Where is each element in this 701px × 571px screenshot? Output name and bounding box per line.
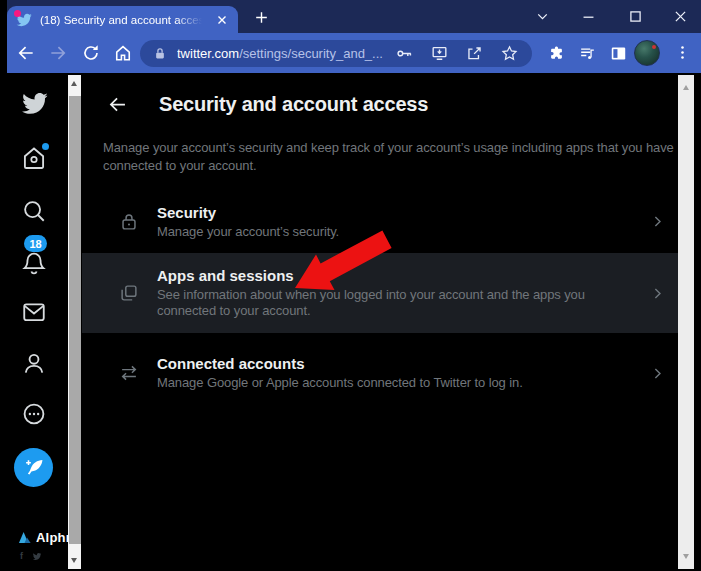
scroll-down-arrow[interactable] — [71, 558, 77, 563]
chevron-right-icon — [649, 365, 666, 382]
window-maximize-button[interactable] — [627, 8, 644, 25]
compose-tweet-button[interactable] — [14, 448, 53, 487]
nav-search-icon[interactable] — [21, 198, 47, 224]
menu-item-title: Connected accounts — [157, 355, 619, 372]
back-button[interactable] — [16, 43, 36, 63]
home-button[interactable] — [113, 43, 133, 63]
window-close-button[interactable] — [672, 8, 689, 25]
alphr-logo-icon — [18, 531, 32, 544]
settings-menu: Security Manage your account’s security.… — [82, 193, 678, 406]
ssl-lock-icon[interactable] — [153, 46, 167, 61]
menu-item-text: Connected accounts Manage Google or Appl… — [157, 355, 619, 391]
menu-item-description: Manage Google or Apple accounts connecte… — [157, 375, 619, 391]
page-title: Security and account access — [159, 93, 428, 116]
nav-notifications-icon[interactable] — [21, 250, 47, 276]
nav-profile-icon[interactable] — [21, 350, 47, 376]
right-scrollbar[interactable] — [678, 75, 694, 569]
lock-icon — [118, 211, 140, 233]
feather-plus-icon — [23, 457, 45, 479]
scroll-up-arrow[interactable] — [683, 85, 689, 90]
menu-item-title: Security — [157, 204, 619, 221]
scroll-down-arrow[interactable] — [683, 554, 689, 559]
browser-tab[interactable]: (18) Security and account access — [7, 6, 238, 33]
scroll-up-arrow[interactable] — [71, 81, 77, 86]
home-notification-dot — [42, 143, 49, 150]
reload-button[interactable] — [81, 43, 101, 63]
url-path: /settings/security_and_... — [239, 46, 383, 61]
menu-item-connected-accounts[interactable]: Connected accounts Manage Google or Appl… — [82, 340, 678, 406]
chevron-right-icon — [649, 285, 666, 302]
chevron-right-icon — [649, 213, 666, 230]
swap-arrows-icon — [118, 362, 140, 384]
settings-panel: Security and account access Manage your … — [82, 73, 678, 571]
browser-titlebar: (18) Security and account access — [7, 0, 701, 33]
screen-capture-icon[interactable] — [430, 44, 449, 63]
twitter-favicon-icon — [16, 12, 32, 28]
password-key-icon[interactable] — [395, 44, 414, 63]
facebook-icon: f — [20, 551, 23, 561]
menu-item-description: See information about when you logged in… — [157, 287, 619, 319]
browser-toolbar: twitter.com/settings/security_and_... — [7, 33, 701, 73]
profile-avatar[interactable] — [634, 40, 660, 66]
left-scrollbar[interactable] — [68, 75, 81, 569]
kebab-menu-icon[interactable] — [673, 43, 692, 62]
twitter-page: 18 Alphr f — [7, 73, 701, 571]
back-arrow-icon[interactable] — [107, 94, 128, 115]
twitter-logo-icon[interactable] — [21, 90, 47, 116]
extensions-puzzle-icon[interactable] — [547, 44, 566, 63]
notifications-badge: 18 — [24, 235, 47, 252]
side-panel-icon[interactable] — [609, 44, 628, 63]
forward-button[interactable] — [48, 43, 68, 63]
red-annotation-arrow — [293, 230, 393, 290]
window-chevron-icon[interactable] — [534, 8, 551, 25]
url-bar[interactable]: twitter.com/settings/security_and_... — [140, 40, 532, 67]
url-domain: twitter.com — [177, 46, 239, 61]
settings-header: Security and account access — [82, 91, 428, 117]
share-icon[interactable] — [465, 44, 484, 63]
playlist-extension-icon[interactable] — [578, 44, 597, 63]
alphr-social-icons: f — [20, 551, 42, 561]
url-text: twitter.com/settings/security_and_... — [177, 46, 383, 61]
browser-window: (18) Security and account access — [7, 0, 701, 571]
scrollbar-thumb[interactable] — [69, 96, 81, 544]
alphr-watermark: Alphr — [18, 530, 71, 545]
copy-squares-icon — [118, 282, 140, 304]
nav-more-icon[interactable] — [21, 401, 47, 427]
new-tab-button[interactable] — [253, 9, 270, 26]
tab-notification-dot — [14, 10, 21, 17]
bookmark-star-icon[interactable] — [500, 44, 519, 63]
page-description: Manage your account’s security and keep … — [103, 139, 677, 175]
tab-close-icon[interactable] — [215, 13, 229, 27]
twitter-tiny-icon — [32, 552, 42, 561]
alphr-watermark-text: Alphr — [36, 530, 71, 545]
tab-title: (18) Security and account access — [40, 14, 202, 26]
window-minimize-button[interactable] — [580, 8, 597, 25]
nav-messages-icon[interactable] — [21, 299, 47, 325]
